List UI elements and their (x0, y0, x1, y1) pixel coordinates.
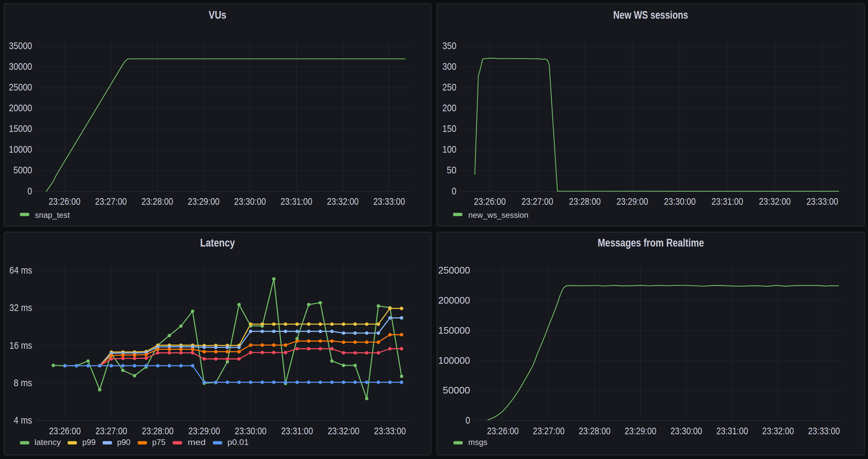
svg-text:10000: 10000 (9, 144, 32, 155)
svg-text:23:30:00: 23:30:00 (671, 425, 702, 436)
svg-text:300: 300 (442, 61, 456, 72)
svg-text:23:29:00: 23:29:00 (617, 196, 648, 207)
svg-text:23:32:00: 23:32:00 (328, 425, 360, 436)
svg-text:23:30:00: 23:30:00 (664, 196, 696, 207)
svg-text:250: 250 (442, 81, 456, 93)
svg-text:23:29:00: 23:29:00 (188, 196, 220, 207)
svg-text:23:32:00: 23:32:00 (759, 196, 791, 207)
svg-text:23:27:00: 23:27:00 (95, 196, 127, 207)
svg-text:23:26:00: 23:26:00 (49, 425, 81, 436)
svg-text:23:33:00: 23:33:00 (373, 196, 405, 207)
svg-text:23:32:00: 23:32:00 (762, 425, 794, 436)
svg-text:4 ms: 4 ms (14, 415, 32, 426)
svg-text:Messages from Realtime: Messages from Realtime (598, 236, 704, 249)
svg-text:23:33:00: 23:33:00 (806, 196, 838, 207)
svg-text:35000: 35000 (9, 40, 32, 51)
svg-text:New WS sessions: New WS sessions (613, 8, 688, 21)
svg-text:50: 50 (447, 164, 456, 175)
svg-text:25000: 25000 (9, 81, 32, 93)
svg-text:0: 0 (27, 186, 32, 196)
svg-text:p90: p90 (117, 438, 130, 447)
svg-text:p0.01: p0.01 (227, 438, 249, 447)
svg-text:23:28:00: 23:28:00 (569, 196, 601, 207)
svg-text:Latency: Latency (200, 236, 235, 249)
svg-text:snap_test: snap_test (35, 210, 70, 220)
svg-text:23:31:00: 23:31:00 (281, 196, 312, 207)
svg-text:0: 0 (452, 186, 456, 196)
svg-text:23:31:00: 23:31:00 (712, 196, 743, 207)
svg-text:23:26:00: 23:26:00 (49, 196, 81, 207)
svg-text:200000: 200000 (438, 295, 470, 306)
svg-text:23:27:00: 23:27:00 (95, 425, 127, 436)
svg-text:5000: 5000 (13, 164, 32, 175)
svg-text:msgs: msgs (468, 438, 488, 447)
svg-text:23:32:00: 23:32:00 (327, 196, 359, 207)
svg-text:23:29:00: 23:29:00 (625, 425, 656, 436)
svg-text:23:29:00: 23:29:00 (188, 425, 220, 436)
svg-text:32 ms: 32 ms (9, 302, 32, 313)
svg-text:150: 150 (442, 123, 456, 134)
svg-text:0: 0 (465, 415, 470, 426)
svg-text:64 ms: 64 ms (9, 265, 32, 275)
svg-text:23:31:00: 23:31:00 (716, 425, 748, 436)
svg-text:100000: 100000 (438, 355, 470, 366)
svg-text:VUs: VUs (209, 8, 226, 21)
svg-text:med: med (188, 438, 206, 447)
svg-text:50000: 50000 (443, 385, 470, 396)
svg-text:new_ws_session: new_ws_session (468, 210, 529, 220)
svg-text:8 ms: 8 ms (14, 377, 32, 388)
svg-text:15000: 15000 (9, 123, 32, 134)
svg-text:23:26:00: 23:26:00 (487, 425, 519, 436)
svg-text:150000: 150000 (438, 325, 470, 336)
svg-text:100: 100 (442, 144, 456, 155)
svg-text:30000: 30000 (9, 61, 32, 72)
svg-text:23:30:00: 23:30:00 (235, 425, 267, 436)
svg-text:16 ms: 16 ms (9, 340, 32, 351)
svg-text:350: 350 (442, 40, 456, 51)
svg-text:20000: 20000 (9, 102, 32, 113)
svg-text:23:31:00: 23:31:00 (281, 425, 313, 436)
svg-text:200: 200 (442, 102, 456, 113)
svg-text:p99: p99 (82, 438, 96, 447)
svg-text:23:33:00: 23:33:00 (374, 425, 406, 436)
svg-text:23:33:00: 23:33:00 (808, 425, 840, 436)
svg-text:23:28:00: 23:28:00 (142, 425, 174, 436)
svg-text:23:27:00: 23:27:00 (522, 196, 553, 207)
svg-text:23:27:00: 23:27:00 (533, 425, 565, 436)
svg-text:23:26:00: 23:26:00 (474, 196, 506, 207)
svg-text:250000: 250000 (438, 265, 470, 275)
svg-text:23:28:00: 23:28:00 (579, 425, 611, 436)
svg-text:latency: latency (34, 438, 61, 447)
svg-text:23:28:00: 23:28:00 (142, 196, 173, 207)
svg-text:23:30:00: 23:30:00 (234, 196, 266, 207)
svg-text:p75: p75 (152, 438, 165, 447)
